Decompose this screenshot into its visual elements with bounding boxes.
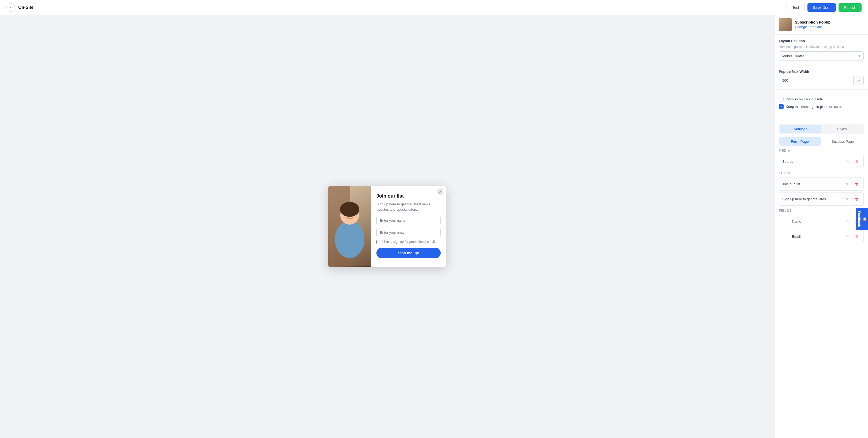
popup-image: [328, 186, 371, 267]
source-field-actions: ✎ 🗑: [844, 158, 860, 165]
topbar: ‹ On-Site Test Save Draft Publish: [0, 0, 868, 15]
source-field-row: Source ✎ 🗑: [779, 155, 864, 168]
topbar-right: Test Save Draft Publish: [786, 3, 862, 12]
drag-handle-name: ⋮⋮: [782, 219, 790, 224]
popup-image-inner: [328, 186, 371, 267]
feedback-tab[interactable]: 📋 Feedback: [856, 208, 868, 230]
layout-position-select[interactable]: Middle Center Top Left Top Center Top Ri…: [779, 52, 864, 61]
template-thumbnail: [779, 18, 792, 31]
settings-styles-tabs: Settings Styles: [779, 124, 864, 134]
popup-max-width-unit: px: [853, 76, 863, 85]
layout-position-label: Layout Position: [779, 39, 864, 43]
topbar-left: ‹ On-Site: [6, 3, 33, 12]
text-field-name-0: Join our list: [782, 182, 844, 186]
popup-content: × Join our list Sign up here to get the …: [371, 186, 446, 267]
template-info: Subscription Popup Change Template: [795, 20, 864, 29]
text-field-delete-1[interactable]: 🗑: [853, 195, 860, 203]
dismiss-checkbox[interactable]: [779, 97, 784, 101]
main-layout: × Join our list Sign up here to get the …: [0, 0, 868, 438]
right-sidebar: Subscription Popup Change Template Layou…: [774, 15, 868, 438]
svg-point-3: [335, 221, 364, 258]
source-delete-button[interactable]: 🗑: [853, 158, 860, 165]
popup-description: Sign up here to get the latest news, upd…: [376, 202, 441, 212]
source-edit-button[interactable]: ✎: [844, 158, 851, 165]
change-template-link[interactable]: Change Template: [795, 25, 822, 29]
popup-preview: × Join our list Sign up here to get the …: [328, 186, 446, 267]
page-tabs: Form Page Success Page: [779, 137, 864, 146]
field-edit-email[interactable]: ✎: [844, 233, 851, 240]
texts-label: TEXTS: [779, 171, 864, 175]
dismiss-label: Dismiss on click outside: [786, 97, 823, 101]
popup-title: Join our list: [376, 193, 441, 199]
back-button[interactable]: ‹: [6, 3, 15, 12]
popup-max-width-label: Pop-up Max Width: [779, 70, 864, 74]
template-thumb-inner: [779, 18, 792, 31]
popup-promo-checkbox[interactable]: [376, 240, 380, 244]
field-row-name: ⋮⋮ Name ✎ 🗑: [779, 215, 864, 228]
layout-position-section: Layout Position Horizontal position is o…: [775, 35, 868, 65]
template-row: Subscription Popup Change Template: [775, 15, 868, 35]
keep-message-label: Keep this message in place on scroll: [786, 105, 842, 109]
fields-label: FIELDS: [779, 209, 864, 212]
template-name: Subscription Popup: [795, 20, 864, 24]
drag-handle-email: ⋮⋮: [782, 234, 790, 239]
text-field-delete-0[interactable]: 🗑: [853, 180, 860, 188]
keep-message-checkbox[interactable]: [779, 104, 784, 109]
source-field-name: Source: [782, 160, 844, 164]
field-name-email: Email: [792, 235, 844, 239]
page-title: On-Site: [18, 5, 33, 10]
feedback-icon: 📋: [863, 217, 866, 221]
text-field-edit-0[interactable]: ✎: [844, 180, 851, 188]
text-field-edit-1[interactable]: ✎: [844, 195, 851, 203]
text-field-row-1: Sign up here to get the lates... ✎ 🗑: [779, 192, 864, 206]
text-field-actions-1: ✎ 🗑: [844, 195, 860, 203]
save-draft-button[interactable]: Save Draft: [807, 3, 836, 12]
field-actions-email: ✎ 🗑: [844, 233, 860, 240]
popup-checkbox-row: I like to sign up for promotional emails: [376, 240, 441, 244]
feedback-label: Feedback: [857, 211, 861, 227]
tab-form-page[interactable]: Form Page: [779, 137, 821, 146]
popup-max-width-input[interactable]: [779, 76, 853, 85]
text-field-name-1: Sign up here to get the lates...: [782, 197, 844, 201]
popup-close-button[interactable]: ×: [437, 189, 443, 195]
field-delete-email[interactable]: 🗑: [853, 233, 860, 240]
settings-styles-section: Settings Styles Form Page Success Page M…: [775, 116, 868, 249]
field-row-email: ⋮⋮ Email ✎ 🗑: [779, 230, 864, 243]
popup-max-width-section: Pop-up Max Width px: [775, 65, 868, 90]
popup-max-width-input-wrapper: px: [779, 76, 864, 85]
layout-position-select-wrapper: Middle Center Top Left Top Center Top Ri…: [779, 52, 864, 61]
test-button[interactable]: Test: [786, 3, 805, 12]
options-section: Dismiss on click outside Keep this messa…: [775, 90, 868, 116]
publish-button[interactable]: Publish: [839, 3, 862, 12]
tab-settings[interactable]: Settings: [780, 125, 822, 133]
tab-styles[interactable]: Styles: [822, 125, 863, 133]
popup-email-input[interactable]: [376, 228, 441, 237]
popup-submit-button[interactable]: Sign me up!: [376, 248, 441, 258]
text-field-actions-0: ✎ 🗑: [844, 180, 860, 188]
tab-success-page[interactable]: Success Page: [822, 137, 864, 146]
popup-name-input[interactable]: [376, 216, 441, 225]
canvas-area: × Join our list Sign up here to get the …: [0, 15, 774, 438]
svg-point-5: [340, 202, 359, 217]
media-label: MEDIA: [779, 149, 864, 153]
popup-promo-label: I like to sign up for promotional emails: [382, 240, 436, 244]
dismiss-checkbox-row: Dismiss on click outside: [779, 97, 864, 101]
popup-person-svg: [328, 186, 371, 266]
field-name-name: Name: [792, 220, 844, 224]
text-field-row-0: Join our list ✎ 🗑: [779, 177, 864, 191]
keep-message-checkbox-row: Keep this message in place on scroll: [779, 104, 864, 109]
field-edit-name[interactable]: ✎: [844, 218, 851, 225]
layout-position-subtitle: Horizontal position is only for desktop …: [779, 45, 864, 49]
